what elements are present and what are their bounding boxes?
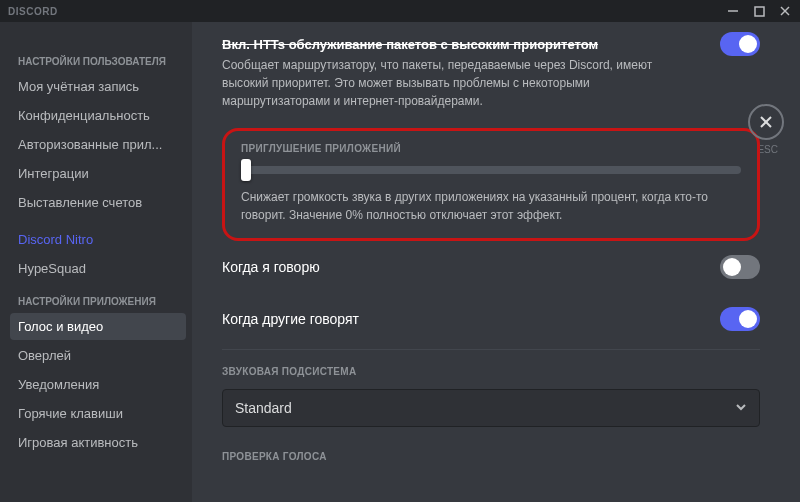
when-others-speak-toggle[interactable] bbox=[720, 307, 760, 331]
minimize-icon[interactable] bbox=[726, 4, 740, 18]
audio-subsystem-value: Standard bbox=[235, 400, 292, 416]
attenuation-description: Снижает громкость звука в других приложе… bbox=[241, 188, 741, 224]
sidebar-item-authorized-apps[interactable]: Авторизованные прил... bbox=[10, 131, 186, 158]
qos-toggle[interactable] bbox=[720, 32, 760, 56]
close-label: ESC bbox=[757, 144, 778, 155]
row-when-i-speak: Когда я говорю bbox=[222, 241, 760, 293]
attenuation-slider[interactable] bbox=[241, 166, 741, 174]
sidebar-item-overlay[interactable]: Оверлей bbox=[10, 342, 186, 369]
maximize-icon[interactable] bbox=[752, 4, 766, 18]
sidebar-item-hypesquad[interactable]: HypeSquad bbox=[10, 255, 186, 282]
slider-thumb[interactable] bbox=[241, 159, 251, 181]
close-window-icon[interactable] bbox=[778, 4, 792, 18]
sidebar-header-app: НАСТРОЙКИ ПРИЛОЖЕНИЯ bbox=[10, 290, 186, 313]
titlebar: DISCORD bbox=[0, 0, 800, 22]
close-icon bbox=[758, 114, 774, 130]
sidebar-item-keybinds[interactable]: Горячие клавиши bbox=[10, 400, 186, 427]
attenuation-label: ПРИГЛУШЕНИЕ ПРИЛОЖЕНИЙ bbox=[241, 143, 741, 154]
sidebar-item-voice-video[interactable]: Голос и видео bbox=[10, 313, 186, 340]
when-i-speak-toggle[interactable] bbox=[720, 255, 760, 279]
sidebar-item-account[interactable]: Моя учётная запись bbox=[10, 73, 186, 100]
chevron-down-icon bbox=[735, 401, 747, 416]
window-controls bbox=[726, 4, 792, 18]
sidebar: НАСТРОЙКИ ПОЛЬЗОВАТЕЛЯ Моя учётная запис… bbox=[0, 22, 192, 502]
audio-subsystem-label: ЗВУКОВАЯ ПОДСИСТЕМА bbox=[222, 366, 760, 377]
main-panel: ESC Вкл. HTTs обслуживание пакетов с выс… bbox=[192, 22, 800, 502]
sidebar-item-notifications[interactable]: Уведомления bbox=[10, 371, 186, 398]
when-i-speak-label: Когда я говорю bbox=[222, 259, 320, 275]
close-settings-button[interactable] bbox=[748, 104, 784, 140]
svg-rect-1 bbox=[755, 7, 764, 16]
qos-description: Сообщает маршрутизатору, что пакеты, пер… bbox=[222, 56, 662, 110]
app-name: DISCORD bbox=[8, 6, 58, 17]
attenuation-card: ПРИГЛУШЕНИЕ ПРИЛОЖЕНИЙ Снижает громкость… bbox=[222, 128, 760, 241]
qos-title: Вкл. HTTs обслуживание пакетов с высоким… bbox=[222, 37, 598, 52]
divider bbox=[222, 349, 760, 350]
sidebar-item-integrations[interactable]: Интеграции bbox=[10, 160, 186, 187]
sidebar-item-game-activity[interactable]: Игровая активность bbox=[10, 429, 186, 456]
sidebar-header-user: НАСТРОЙКИ ПОЛЬЗОВАТЕЛЯ bbox=[10, 50, 186, 73]
sidebar-item-billing[interactable]: Выставление счетов bbox=[10, 189, 186, 216]
qos-setting: Вкл. HTTs обслуживание пакетов с высоким… bbox=[222, 22, 760, 110]
sidebar-item-privacy[interactable]: Конфиденциальность bbox=[10, 102, 186, 129]
audio-subsystem-select[interactable]: Standard bbox=[222, 389, 760, 427]
voice-check-label: ПРОВЕРКА ГОЛОСА bbox=[222, 451, 760, 462]
row-when-others-speak: Когда другие говорят bbox=[222, 293, 760, 345]
when-others-speak-label: Когда другие говорят bbox=[222, 311, 359, 327]
sidebar-item-nitro[interactable]: Discord Nitro bbox=[10, 226, 186, 253]
